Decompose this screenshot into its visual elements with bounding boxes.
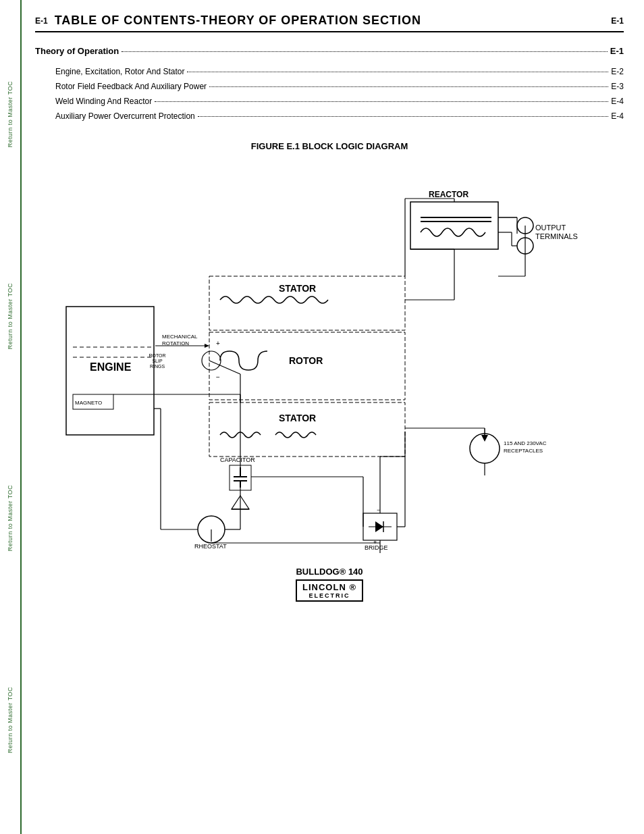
rotor-label: ROTOR — [289, 355, 323, 366]
toc-sub-page-3: E-4 — [611, 111, 624, 121]
bridge-plus: + — [373, 539, 377, 546]
product-name: BULLDOG® 140 — [35, 567, 624, 577]
brand-sub: ELECTRIC — [302, 592, 356, 599]
toc-sub-label-2: Weld Winding And Reactor — [55, 97, 152, 106]
toc-sub-label-0: Engine, Excitation, Rotor And Stator — [55, 67, 184, 76]
output-terminals-label: OUTPUT — [535, 224, 566, 232]
toc-sub-entry-0: Engine, Excitation, Rotor And Stator E-2 — [35, 67, 624, 76]
stator-bottom-label: STATOR — [279, 413, 316, 423]
toc-sub-page-0: E-2 — [611, 67, 624, 76]
toc-sub-dots-2 — [155, 101, 608, 102]
magneto-label: MAGNETO — [75, 400, 102, 406]
toc-main-page: E-1 — [610, 46, 624, 56]
svg-rect-7 — [209, 332, 405, 400]
toc-sub-label-3: Auxiliary Power Overcurrent Protection — [55, 111, 195, 121]
main-content: E-1 TABLE OF CONTENTS-THEORY OF OPERATIO… — [22, 0, 644, 834]
toc-sub-label-1: Rotor Field Feedback And Auxiliary Power — [55, 82, 207, 91]
svg-rect-9 — [209, 402, 405, 457]
figure-section: FIGURE E.1 BLOCK LOGIC DIAGRAM ENGINE MA… — [35, 141, 624, 602]
lincoln-logo: LINCOLN ® ELECTRIC — [296, 579, 363, 602]
toc-sub-dots-1 — [209, 86, 608, 87]
svg-line-16 — [209, 361, 240, 374]
reactor-label: REACTOR — [429, 190, 468, 199]
stator-top-label: STATOR — [279, 283, 316, 294]
svg-marker-5 — [205, 344, 209, 348]
sidebar-link-2[interactable]: Return to Master TOC — [7, 283, 14, 349]
engine-label: ENGINE — [90, 361, 132, 373]
sidebar-link-1[interactable]: Return to Master TOC — [7, 81, 14, 147]
block-diagram: ENGINE MAGNETO MECHANICAL ROTATION — [53, 165, 606, 556]
toc-main-label: Theory of Operation — [35, 46, 119, 56]
toc-sub-entry-2: Weld Winding And Reactor E-4 — [35, 97, 624, 106]
receptacles-label: 115 AND 230VAC — [504, 440, 547, 446]
brand-name: LINCOLN ® — [302, 582, 356, 592]
toc-sub-dots-3 — [198, 116, 609, 117]
rotor-slip-rings-label2: SLIP — [152, 359, 163, 363]
sidebar: Return to Master TOC Return to Master TO… — [0, 0, 22, 834]
toc-main-dots — [122, 51, 608, 52]
sidebar-link-3[interactable]: Return to Master TOC — [7, 485, 14, 551]
toc-sub-entry-1: Rotor Field Feedback And Auxiliary Power… — [35, 82, 624, 91]
rotor-slip-rings-label: ROTOR — [149, 353, 165, 358]
page-wrapper: Return to Master TOC Return to Master TO… — [0, 0, 644, 834]
header-left: E-1 TABLE OF CONTENTS-THEORY OF OPERATIO… — [35, 14, 421, 28]
capacitor-label: CAPACITOR — [220, 457, 255, 463]
figure-title: FIGURE E.1 BLOCK LOGIC DIAGRAM — [35, 141, 624, 151]
sidebar-link-4[interactable]: Return to Master TOC — [7, 687, 14, 753]
receptacles-label2: RECEPTACLES — [504, 448, 543, 454]
svg-rect-35 — [410, 202, 498, 249]
rheostat-label: RHEOSTAT — [194, 543, 227, 550]
rotor-slip-rings-label3: RINGS — [150, 364, 165, 369]
toc-sub-page-2: E-4 — [611, 97, 624, 106]
output-terminals-label2: TERMINALS — [535, 232, 578, 240]
page-num-right: E-1 — [611, 16, 624, 26]
page-num-left: E-1 — [35, 16, 48, 26]
svg-point-8 — [202, 351, 221, 370]
page-footer: BULLDOG® 140 LINCOLN ® ELECTRIC — [35, 567, 624, 602]
toc-main-entry: Theory of Operation E-1 — [35, 46, 624, 56]
toc-sub-dots-0 — [187, 72, 608, 72]
toc-section: Theory of Operation E-1 Engine, Excitati… — [35, 46, 624, 121]
page-title: TABLE OF CONTENTS-THEORY OF OPERATION SE… — [55, 14, 421, 28]
page-header: E-1 TABLE OF CONTENTS-THEORY OF OPERATIO… — [35, 14, 624, 32]
plus-label: + — [216, 340, 220, 347]
toc-sub-page-1: E-3 — [611, 82, 624, 91]
svg-marker-32 — [481, 435, 488, 442]
svg-marker-28 — [375, 521, 383, 532]
mechanical-rotation-label: MECHANICAL — [162, 334, 198, 340]
diagram-container: ENGINE MAGNETO MECHANICAL ROTATION — [35, 165, 624, 556]
toc-sub-entry-3: Auxiliary Power Overcurrent Protection E… — [35, 111, 624, 121]
minus-label: − — [216, 373, 220, 381]
